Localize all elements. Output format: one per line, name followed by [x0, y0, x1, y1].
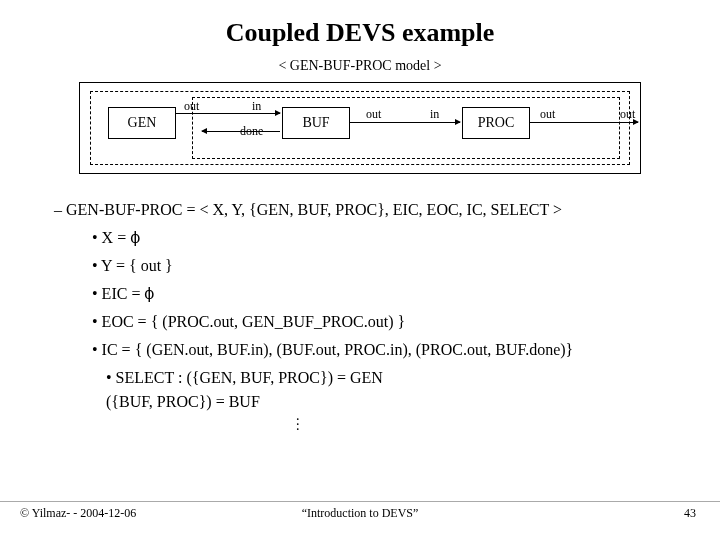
- port-buf-done: done: [240, 124, 263, 139]
- port-external-out: out: [620, 107, 635, 122]
- gen-box: GEN: [108, 107, 176, 139]
- footer-page-number: 43: [684, 506, 696, 521]
- def-eoc: • EOC = { (PROC.out, GEN_BUF_PROC.out) }: [36, 310, 684, 334]
- def-eic: • EIC = ϕ: [36, 282, 684, 306]
- slide-footer: © Yilmaz- - 2004-12-06 “Introduction to …: [0, 501, 720, 524]
- port-gen-out: out: [184, 99, 199, 114]
- def-select-dots: ...: [36, 414, 684, 429]
- port-proc-out: out: [540, 107, 555, 122]
- footer-title: “Introduction to DEVS”: [0, 506, 720, 521]
- arrow-proc-to-out: [530, 122, 638, 123]
- def-x: • X = ϕ: [36, 226, 684, 250]
- port-buf-in: in: [252, 99, 261, 114]
- def-select-line1: • SELECT : ({GEN, BUF, PROC}) = GEN: [36, 366, 684, 390]
- def-y: • Y = { out }: [36, 254, 684, 278]
- def-main: – GEN-BUF-PROC = < X, Y, {GEN, BUF, PROC…: [36, 198, 684, 222]
- def-select-line2: ({BUF, PROC}) = BUF: [36, 390, 684, 414]
- definition-list: – GEN-BUF-PROC = < X, Y, {GEN, BUF, PROC…: [36, 198, 684, 429]
- port-proc-in: in: [430, 107, 439, 122]
- arrow-buf-to-proc: [350, 122, 460, 123]
- buf-box: BUF: [282, 107, 350, 139]
- slide-title: Coupled DEVS example: [0, 18, 720, 48]
- proc-box: PROC: [462, 107, 530, 139]
- port-buf-out: out: [366, 107, 381, 122]
- def-ic: • IC = { (GEN.out, BUF.in), (BUF.out, PR…: [36, 338, 684, 362]
- slide-subtitle: < GEN-BUF-PROC model >: [0, 58, 720, 74]
- coupled-model-diagram: GEN BUF PROC out in done out in out out: [79, 82, 641, 174]
